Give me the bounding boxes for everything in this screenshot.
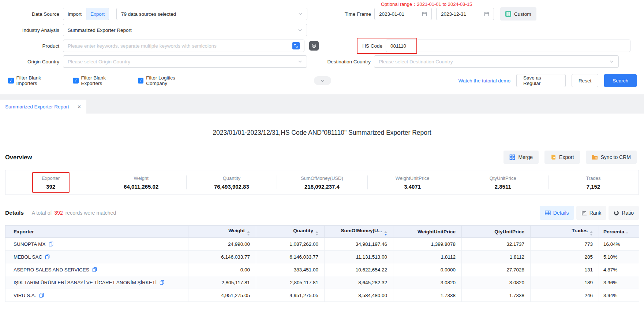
checkbox-checked-icon	[73, 78, 79, 84]
sum-of-money-cell: 11,131,513.00	[325, 251, 393, 263]
column-header-quantity[interactable]: Quantity	[256, 226, 325, 238]
origin-country-select[interactable]	[63, 55, 307, 68]
records-matched-prefix: A total of	[32, 210, 52, 216]
stat-value: 218,092,237.4	[304, 184, 340, 190]
weight-unit-price-cell: 1,399.8078	[393, 238, 462, 251]
filter-blank-importers-checkbox[interactable]: Filter Blank Importers	[8, 75, 62, 86]
export-button[interactable]: Export	[544, 151, 580, 164]
copy-icon[interactable]	[45, 254, 50, 259]
copy-icon[interactable]	[92, 267, 97, 272]
copy-icon[interactable]	[39, 293, 44, 298]
weight-unit-price-cell: 1.8112	[393, 251, 462, 263]
translate-icon[interactable]: A	[292, 42, 300, 49]
filter-blank-importers-label: Filter Blank Importers	[16, 75, 62, 86]
start-date-value[interactable]	[379, 11, 420, 17]
start-date-input[interactable]	[374, 8, 432, 20]
export-document-icon	[550, 154, 556, 160]
industry-analysis-label: Industry Analysis	[8, 27, 63, 33]
destination-country-select[interactable]	[374, 55, 619, 68]
tab-summarized-exporter-report[interactable]: Summarized Exporter Report ✕	[0, 100, 86, 114]
origin-country-field[interactable]	[68, 59, 295, 64]
chevron-down-icon	[298, 12, 303, 16]
ratio-view-button[interactable]: Ratio	[609, 206, 639, 220]
industry-analysis-value: Summarized Exporter Report	[68, 27, 295, 33]
chevron-down-icon	[610, 59, 614, 64]
import-toggle-button[interactable]: Import	[63, 8, 86, 20]
advanced-search-icon[interactable]	[309, 41, 319, 51]
sync-to-crm-button[interactable]: Sync to CRM	[586, 151, 637, 164]
tab-bar: Summarized Exporter Report ✕	[0, 94, 644, 114]
report-content: 2023/01/01-2023/12/31,HS Code AND"081110…	[0, 129, 644, 302]
copy-icon[interactable]	[49, 241, 53, 247]
stat-label: Trades	[586, 175, 600, 181]
destination-country-label: Destination Country	[326, 59, 374, 64]
chevron-down-icon	[298, 28, 302, 32]
sort-icons[interactable]	[247, 231, 250, 236]
hs-code-input[interactable]	[386, 40, 630, 52]
custom-label: Custom	[514, 11, 531, 17]
stat-value: 2.8511	[495, 184, 511, 190]
filter-panel: Optional range：2021-01-01 to 2024-03-15 …	[0, 0, 644, 87]
report-title: 2023/01/01-2023/12/31,HS Code AND"081110…	[0, 129, 644, 137]
bar-chart-icon	[581, 210, 587, 215]
qty-unit-price-cell: 1.8112	[462, 251, 531, 263]
time-frame-label: Time Frame	[326, 11, 374, 17]
column-header-percentage: Percenta...	[599, 226, 639, 238]
weight-unit-price-cell: 1.7338	[393, 289, 462, 302]
product-keywords-input[interactable]: A	[63, 40, 304, 52]
percentage-cell: 16.04%	[599, 238, 639, 251]
stat-value: 3.4071	[404, 184, 421, 190]
collapse-filters-button[interactable]	[314, 76, 331, 85]
hs-code-field[interactable]	[390, 43, 626, 49]
hs-code-label: HS Code	[337, 43, 386, 49]
exporter-name-link[interactable]: MEBOL SAC	[14, 254, 42, 260]
stat-value: 392	[46, 184, 55, 190]
chevron-down-icon	[298, 59, 302, 64]
save-as-regular-button[interactable]: Save as Regular	[516, 74, 566, 87]
export-toggle-button[interactable]: Export	[86, 8, 109, 20]
qty-unit-price-cell: 32.1737	[462, 238, 531, 251]
tutorial-link[interactable]: Watch the tutorial demo	[458, 78, 510, 84]
sum-of-money-cell: 8,584,480.00	[325, 289, 393, 302]
tab-label: Summarized Exporter Report	[5, 104, 69, 110]
ratio-view-label: Ratio	[622, 210, 634, 216]
exporter-name-link[interactable]: IŞIK TARIM ÜRÜNLERİ SANAYİ VE TİCARET AN…	[14, 280, 157, 285]
end-date-value[interactable]	[441, 11, 482, 17]
custom-range-button[interactable]: Custom	[500, 7, 536, 21]
quantity-cell: 2,805,117.81	[256, 276, 325, 289]
sort-icons[interactable]	[315, 231, 318, 236]
column-header-trades[interactable]: Trades	[531, 226, 599, 238]
details-view-button[interactable]: Details	[540, 206, 574, 220]
search-button[interactable]: Search	[604, 74, 637, 87]
sort-icons-descending[interactable]	[384, 231, 387, 236]
exporter-name-link[interactable]: SUNOPTA MX	[14, 241, 46, 247]
rank-view-button[interactable]: Rank	[576, 206, 607, 220]
percentage-cell: 5.10%	[599, 251, 639, 263]
product-keywords-field[interactable]	[68, 43, 292, 49]
sum-of-money-cell: 10,622,654.22	[325, 263, 393, 276]
percentage-cell: 4.87%	[599, 263, 639, 276]
qty-unit-price-cell: 27.7028	[462, 263, 531, 276]
data-source-select[interactable]: 79 data sources selected	[116, 8, 307, 20]
sort-icons[interactable]	[590, 231, 593, 236]
column-header-weight[interactable]: Weight	[188, 226, 256, 238]
stat-weight: Weight 64,011,265.02	[96, 170, 186, 195]
merge-button[interactable]: Merge	[503, 151, 539, 164]
filter-blank-exporters-checkbox[interactable]: Filter Blank Exporters	[73, 75, 127, 86]
tab-close-icon[interactable]: ✕	[77, 104, 81, 110]
stat-label: SumOfMoney(USD)	[301, 175, 343, 181]
end-date-input[interactable]	[436, 8, 494, 20]
weight-cell: 2,805,117.81	[188, 276, 256, 289]
sum-of-money-cell: 34,981,197.46	[325, 238, 393, 251]
records-matched-suffix: records were matched	[65, 210, 116, 216]
copy-icon[interactable]	[160, 280, 164, 285]
exporter-name-link[interactable]: ASEPRO SALES AND SERVICES	[14, 267, 89, 273]
reset-button[interactable]: Reset	[572, 74, 598, 87]
trades-cell: 773	[531, 238, 599, 251]
industry-analysis-select[interactable]: Summarized Exporter Report	[63, 24, 307, 36]
filter-logitics-company-checkbox[interactable]: Filter Logitics Company	[138, 75, 196, 86]
column-header-sum-of-money[interactable]: SumOfMoney(U...	[325, 226, 393, 238]
exporter-name-link[interactable]: VIRU S.A.	[14, 293, 36, 298]
stat-label: Weight	[134, 175, 149, 181]
destination-country-field[interactable]	[379, 59, 607, 64]
